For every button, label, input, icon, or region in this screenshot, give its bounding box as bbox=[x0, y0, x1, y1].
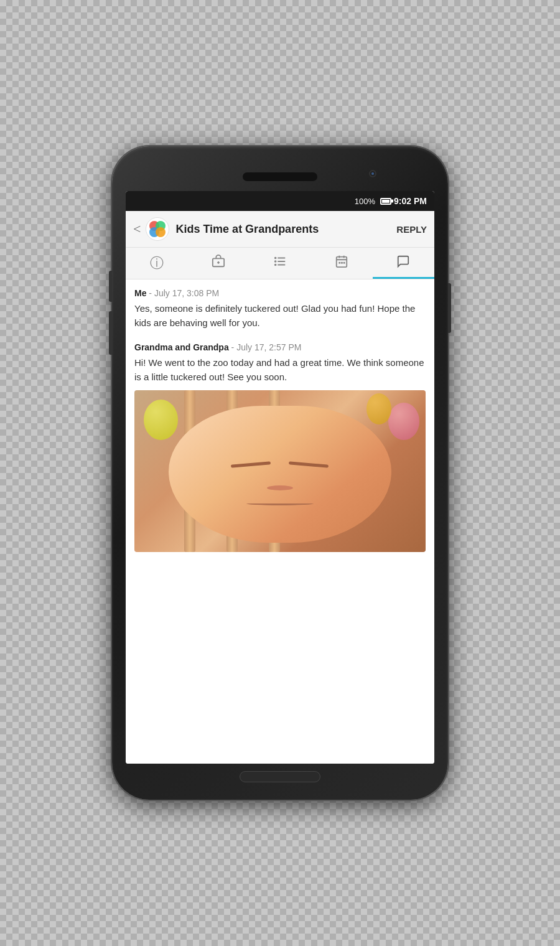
home-button[interactable] bbox=[240, 771, 320, 782]
chat-icon bbox=[396, 255, 410, 272]
battery-percent: 100% bbox=[355, 197, 375, 206]
message-1-meta: Me - July 17, 3:08 PM bbox=[134, 288, 426, 298]
tab-bag[interactable] bbox=[187, 248, 249, 279]
status-bar: 100% 9:02 PM bbox=[126, 191, 434, 211]
message-content[interactable]: Me - July 17, 3:08 PM Yes, someone is de… bbox=[126, 279, 434, 764]
message-1-sender: Me bbox=[134, 288, 146, 298]
header-bar: < Kids Time at Grandparents REPLY bbox=[126, 211, 434, 248]
tab-calendar[interactable] bbox=[311, 248, 373, 279]
message-2-sender: Grandma and Grandpa bbox=[134, 342, 229, 352]
message-1: Me - July 17, 3:08 PM Yes, someone is de… bbox=[134, 288, 426, 330]
svg-rect-18 bbox=[341, 262, 343, 264]
baby-face bbox=[169, 406, 391, 543]
svg-rect-17 bbox=[339, 262, 341, 264]
screen: 100% 9:02 PM < Kids Time at Grandparents bbox=[126, 191, 434, 764]
tab-info[interactable]: ⓘ bbox=[126, 248, 187, 279]
message-2: Grandma and Grandpa - July 17, 2:57 PM H… bbox=[134, 342, 426, 552]
volume-up-button[interactable] bbox=[109, 271, 112, 302]
tab-list[interactable] bbox=[249, 248, 310, 279]
tab-chat[interactable] bbox=[373, 248, 434, 279]
earpiece bbox=[243, 172, 317, 181]
phone-shell: 100% 9:02 PM < Kids Time at Grandparents bbox=[112, 146, 448, 800]
reply-button[interactable]: REPLY bbox=[396, 224, 427, 235]
svg-point-3 bbox=[156, 227, 166, 237]
list-icon bbox=[273, 255, 287, 272]
battery-icon bbox=[380, 198, 391, 205]
bag-icon bbox=[212, 255, 225, 272]
group-title: Kids Time at Grandparents bbox=[175, 223, 396, 236]
svg-rect-19 bbox=[343, 262, 345, 264]
balloon-yellow2 bbox=[366, 393, 391, 424]
balloon-yellow bbox=[144, 400, 178, 440]
baby-photo[interactable] bbox=[134, 390, 426, 552]
front-camera bbox=[369, 170, 376, 177]
message-2-timestamp: - July 17, 2:57 PM bbox=[231, 342, 302, 352]
phone-wrapper: 100% 9:02 PM < Kids Time at Grandparents bbox=[112, 146, 448, 800]
info-icon: ⓘ bbox=[150, 254, 164, 273]
power-button[interactable] bbox=[448, 283, 451, 333]
message-2-meta: Grandma and Grandpa - July 17, 2:57 PM bbox=[134, 342, 426, 352]
volume-down-button[interactable] bbox=[109, 311, 112, 355]
tab-bar: ⓘ bbox=[126, 248, 434, 279]
svg-point-11 bbox=[275, 261, 276, 262]
app-logo bbox=[146, 217, 169, 241]
message-1-body: Yes, someone is definitely tuckered out!… bbox=[134, 302, 426, 330]
message-1-timestamp: - July 17, 3:08 PM bbox=[149, 288, 219, 298]
svg-point-10 bbox=[275, 258, 276, 259]
message-2-body: Hi! We went to the zoo today and had a g… bbox=[134, 356, 426, 384]
back-button[interactable]: < bbox=[133, 221, 141, 237]
calendar-icon bbox=[335, 255, 348, 272]
svg-rect-13 bbox=[337, 257, 347, 268]
svg-point-12 bbox=[275, 265, 276, 266]
balloon-pink bbox=[388, 403, 419, 440]
clock: 9:02 PM bbox=[394, 196, 427, 206]
logo-svg bbox=[149, 220, 166, 238]
